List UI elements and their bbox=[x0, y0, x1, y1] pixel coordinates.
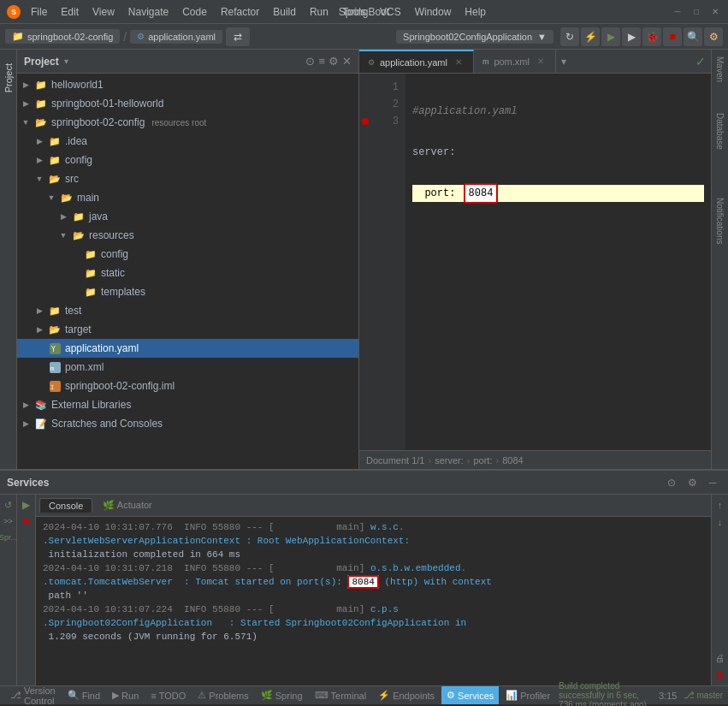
menu-run[interactable]: Run bbox=[305, 4, 334, 20]
debug-btn[interactable]: 🐞 bbox=[642, 27, 661, 46]
panel-icon-scope[interactable]: ⊙ bbox=[305, 55, 315, 68]
arrow-idea: ▶ bbox=[34, 137, 44, 145]
tree-item-templates[interactable]: 📁 templates bbox=[17, 282, 358, 301]
left-gutter-project-label[interactable]: Project bbox=[3, 63, 14, 92]
run-green-btn[interactable]: ▶ bbox=[20, 498, 33, 512]
tree-item-helloworld1[interactable]: ▶ 📁 helloworld1 bbox=[17, 75, 358, 94]
menu-code[interactable]: Code bbox=[177, 4, 212, 20]
tree-item-main[interactable]: ▼ 📂 main bbox=[17, 188, 358, 207]
tree-item-test[interactable]: ▶ 📁 test bbox=[17, 301, 358, 320]
menu-bar[interactable]: File Edit View Navigate Code Refactor Bu… bbox=[26, 4, 491, 20]
build-btn[interactable]: ⚡ bbox=[581, 27, 600, 46]
stop-red-btn[interactable]: ■ bbox=[20, 514, 33, 528]
status-terminal[interactable]: ⌨ Terminal bbox=[310, 686, 372, 704]
status-problems[interactable]: ⚠ Problems bbox=[192, 686, 253, 704]
code-port-value: 8084 bbox=[464, 183, 499, 204]
editor-tab-yaml[interactable]: ⚙ application.yaml ✕ bbox=[359, 50, 474, 73]
status-run[interactable]: ▶ Run bbox=[107, 686, 144, 704]
panel-title-chevron[interactable]: ▾ bbox=[64, 56, 68, 66]
tree-item-sb02[interactable]: ▼ 📂 springboot-02-config resources root bbox=[17, 113, 358, 132]
minimize-button[interactable]: ─ bbox=[672, 6, 684, 18]
menu-file[interactable]: File bbox=[26, 4, 52, 20]
run-btn[interactable]: ▶ bbox=[601, 27, 620, 46]
tree-item-target[interactable]: ▶ 📂 target bbox=[17, 320, 358, 339]
console-tab-actuator[interactable]: 🌿 Actuator bbox=[94, 498, 160, 513]
status-spring[interactable]: 🌿 Spring bbox=[256, 686, 308, 704]
tree-item-static[interactable]: 📁 static bbox=[17, 264, 358, 282]
trash-btn[interactable]: 🗑 bbox=[713, 668, 727, 682]
ctrl-spring-label[interactable]: Spr... bbox=[2, 531, 15, 544]
search-btn[interactable]: 🔍 bbox=[684, 27, 702, 46]
tab-pom-close[interactable]: ✕ bbox=[535, 56, 547, 68]
breadcrumb-action-btn[interactable]: ⇄ bbox=[226, 27, 250, 46]
tree-item-resources[interactable]: ▼ 📂 resources bbox=[17, 226, 358, 245]
bottom-right-controls: ↑ ↓ 🖨 🗑 bbox=[711, 495, 728, 685]
console-tab-console[interactable]: Console bbox=[39, 498, 92, 513]
bp-icon-minimize[interactable]: ─ bbox=[704, 474, 721, 491]
tree-item-resources-config[interactable]: 📁 config bbox=[17, 245, 358, 264]
refresh-btn[interactable]: ↻ bbox=[560, 27, 579, 46]
status-endpoints[interactable]: ⚡ Endpoints bbox=[373, 686, 440, 704]
editor-tab-pom[interactable]: m pom.xml ✕ bbox=[474, 50, 556, 73]
status-services[interactable]: ⚙ Services bbox=[441, 686, 499, 704]
breadcrumb-file-label: application.yaml bbox=[148, 32, 216, 42]
scroll-up-btn[interactable]: ↑ bbox=[713, 498, 727, 512]
right-tab-database[interactable]: Database bbox=[713, 106, 726, 157]
menu-refactor[interactable]: Refactor bbox=[216, 4, 264, 20]
status-version-control[interactable]: ⎇ Version Control bbox=[5, 686, 61, 704]
code-editor[interactable]: 1 2 3 #application.yaml server: port: 80… bbox=[359, 74, 711, 450]
menu-edit[interactable]: Edit bbox=[56, 4, 84, 20]
right-tab-notifications[interactable]: Notifications bbox=[713, 191, 726, 251]
tree-item-pom-xml[interactable]: m pom.xml bbox=[17, 358, 358, 377]
console-tabs: Console 🌿 Actuator bbox=[36, 495, 711, 517]
tree-item-config[interactable]: ▶ 📁 config bbox=[17, 151, 358, 169]
bp-icon-settings[interactable]: ⚙ bbox=[684, 474, 701, 491]
run-with-coverage-btn[interactable]: ▶ bbox=[622, 27, 641, 46]
panel-icon-close[interactable]: ✕ bbox=[342, 55, 352, 68]
ctrl-rerun[interactable]: ↺ bbox=[2, 498, 15, 512]
window-controls[interactable]: ─ □ ✕ bbox=[672, 6, 721, 18]
maximize-button[interactable]: □ bbox=[690, 6, 702, 18]
tree-item-idea[interactable]: ▶ 📁 .idea bbox=[17, 132, 358, 151]
arrow-sb02: ▼ bbox=[21, 118, 31, 127]
menu-navigate[interactable]: Navigate bbox=[123, 4, 174, 20]
settings-quick-btn[interactable]: ⚙ bbox=[704, 27, 723, 46]
right-tab-maven[interactable]: Maven bbox=[713, 50, 726, 89]
menu-build[interactable]: Build bbox=[268, 4, 301, 20]
panel-icon-settings[interactable]: ⚙ bbox=[328, 55, 339, 68]
log-line-6: path '' bbox=[43, 589, 704, 602]
close-button[interactable]: ✕ bbox=[709, 6, 721, 18]
arrow-target: ▶ bbox=[34, 325, 44, 334]
tree-item-application-yaml[interactable]: Y application.yaml bbox=[17, 339, 358, 358]
tree-item-src[interactable]: ▼ 📂 src bbox=[17, 169, 358, 188]
code-content[interactable]: #application.yaml server: port: 8084 bbox=[405, 74, 711, 450]
status-find[interactable]: 🔍 Find bbox=[62, 686, 105, 704]
tree-label-src: src bbox=[65, 173, 79, 185]
status-profiler[interactable]: 📊 Profiler bbox=[500, 686, 555, 704]
menu-window[interactable]: Window bbox=[410, 4, 457, 20]
tree-item-java[interactable]: ▶ 📁 java bbox=[17, 207, 358, 226]
stop-btn[interactable]: ■ bbox=[663, 27, 682, 46]
print-btn[interactable]: 🖨 bbox=[713, 651, 727, 665]
folder-icon-idea: 📁 bbox=[48, 135, 62, 147]
status-todo[interactable]: ≡ TODO bbox=[145, 686, 191, 704]
arrow-resources: ▼ bbox=[58, 231, 68, 240]
run-config-selector[interactable]: Springboot02ConfigApplication ▼ bbox=[396, 30, 553, 44]
editor-checkmark-icon[interactable]: ✓ bbox=[695, 55, 706, 68]
tree-item-iml[interactable]: I springboot-02-config.iml bbox=[17, 377, 358, 395]
ctrl-expand[interactable]: >> bbox=[3, 515, 15, 527]
tabs-more-btn[interactable]: ▾ bbox=[556, 50, 571, 73]
breadcrumb-file[interactable]: ⚙ application.yaml bbox=[130, 30, 222, 44]
panel-icon-collapse[interactable]: ≡ bbox=[318, 55, 325, 68]
bottom-panel: Services ⊙ ⚙ ─ ↺ >> Spr... ▶ ■ Console bbox=[0, 469, 728, 685]
tree-item-scratches[interactable]: ▶ 📝 Scratches and Consoles bbox=[17, 414, 358, 433]
menu-help[interactable]: Help bbox=[459, 4, 491, 20]
bp-icon-expand[interactable]: ⊙ bbox=[663, 474, 680, 491]
tree-item-sb01[interactable]: ▶ 📁 springboot-01-helloworld bbox=[17, 94, 358, 113]
tab-yaml-close[interactable]: ✕ bbox=[453, 56, 465, 68]
bp-1 bbox=[359, 79, 371, 96]
tree-item-ext-libs[interactable]: ▶ 📚 External Libraries bbox=[17, 395, 358, 414]
breadcrumb-project[interactable]: 📁 springboot-02-config bbox=[5, 29, 120, 44]
menu-view[interactable]: View bbox=[87, 4, 120, 20]
scroll-down-btn[interactable]: ↓ bbox=[713, 515, 727, 529]
